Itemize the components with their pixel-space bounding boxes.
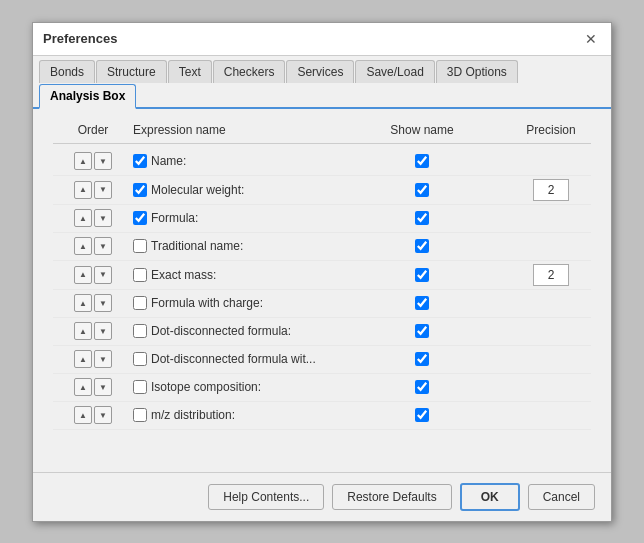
order-down-button[interactable]: ▼ [94,209,112,227]
show-checkbox-2[interactable] [415,211,429,225]
expression-checkbox-7[interactable] [133,352,147,366]
tab-bar: BondsStructureTextCheckersServicesSave/L… [33,56,611,109]
order-cell-0: ▲▼ [53,152,133,170]
order-up-button[interactable]: ▲ [74,406,92,424]
expression-label-4[interactable]: Exact mass: [133,268,216,282]
order-up-button[interactable]: ▲ [74,322,92,340]
order-up-button[interactable]: ▲ [74,266,92,284]
order-cell-8: ▲▼ [53,378,133,396]
order-down-button[interactable]: ▼ [94,378,112,396]
tab-checkers[interactable]: Checkers [213,60,286,83]
expression-label-3[interactable]: Traditional name: [133,239,243,253]
tab-analysis-box[interactable]: Analysis Box [39,84,136,109]
col-show-label: Show name [333,123,511,137]
order-up-button[interactable]: ▲ [74,237,92,255]
show-checkbox-4[interactable] [415,268,429,282]
expression-label-2[interactable]: Formula: [133,211,198,225]
tab-save-load[interactable]: Save/Load [355,60,434,83]
restore-defaults-button[interactable]: Restore Defaults [332,484,451,510]
order-down-button[interactable]: ▼ [94,294,112,312]
show-cell-1 [333,183,511,197]
order-cell-2: ▲▼ [53,209,133,227]
close-button[interactable]: ✕ [581,29,601,49]
expression-label-7[interactable]: Dot-disconnected formula wit... [133,352,316,366]
order-up-button[interactable]: ▲ [74,209,92,227]
show-checkbox-1[interactable] [415,183,429,197]
expression-checkbox-1[interactable] [133,183,147,197]
order-cell-5: ▲▼ [53,294,133,312]
tab-structure[interactable]: Structure [96,60,167,83]
table-row: ▲▼m/z distribution: [53,402,591,430]
precision-input-1[interactable] [533,179,569,201]
expression-checkbox-4[interactable] [133,268,147,282]
expression-label-6[interactable]: Dot-disconnected formula: [133,324,291,338]
table-row: ▲▼Traditional name: [53,233,591,261]
expression-checkbox-8[interactable] [133,380,147,394]
expression-label-9[interactable]: m/z distribution: [133,408,235,422]
show-checkbox-9[interactable] [415,408,429,422]
show-cell-8 [333,380,511,394]
order-down-button[interactable]: ▼ [94,181,112,199]
show-checkbox-8[interactable] [415,380,429,394]
precision-cell-4 [511,264,591,286]
order-up-button[interactable]: ▲ [74,350,92,368]
expression-label-5[interactable]: Formula with charge: [133,296,263,310]
tab-3d-options[interactable]: 3D Options [436,60,518,83]
order-cell-9: ▲▼ [53,406,133,424]
expression-checkbox-0[interactable] [133,154,147,168]
order-down-button[interactable]: ▼ [94,350,112,368]
order-cell-1: ▲▼ [53,181,133,199]
expression-checkbox-6[interactable] [133,324,147,338]
show-checkbox-0[interactable] [415,154,429,168]
expression-text-9: m/z distribution: [151,408,235,422]
show-cell-6 [333,324,511,338]
tab-services[interactable]: Services [286,60,354,83]
footer: Help Contents... Restore Defaults OK Can… [33,472,611,521]
show-cell-5 [333,296,511,310]
order-down-button[interactable]: ▼ [94,406,112,424]
expression-label-8[interactable]: Isotope composition: [133,380,261,394]
show-checkbox-5[interactable] [415,296,429,310]
order-up-button[interactable]: ▲ [74,181,92,199]
order-down-button[interactable]: ▼ [94,152,112,170]
order-up-button[interactable]: ▲ [74,152,92,170]
table-row: ▲▼Molecular weight: [53,176,591,205]
order-down-button[interactable]: ▼ [94,237,112,255]
table-row: ▲▼Dot-disconnected formula wit... [53,346,591,374]
show-cell-9 [333,408,511,422]
content-area: Order Expression name Show name Precisio… [33,109,611,472]
help-button[interactable]: Help Contents... [208,484,324,510]
order-up-button[interactable]: ▲ [74,378,92,396]
preferences-dialog: Preferences ✕ BondsStructureTextCheckers… [32,22,612,522]
tab-bonds[interactable]: Bonds [39,60,95,83]
expression-checkbox-9[interactable] [133,408,147,422]
order-cell-6: ▲▼ [53,322,133,340]
order-cell-4: ▲▼ [53,266,133,284]
expression-checkbox-5[interactable] [133,296,147,310]
expression-label-1[interactable]: Molecular weight: [133,183,244,197]
expression-cell-0: Name: [133,154,333,168]
expression-checkbox-2[interactable] [133,211,147,225]
show-checkbox-7[interactable] [415,352,429,366]
show-cell-3 [333,239,511,253]
expression-text-6: Dot-disconnected formula: [151,324,291,338]
order-down-button[interactable]: ▼ [94,322,112,340]
expression-label-0[interactable]: Name: [133,154,186,168]
expression-text-2: Formula: [151,211,198,225]
expression-text-0: Name: [151,154,186,168]
cancel-button[interactable]: Cancel [528,484,595,510]
order-up-button[interactable]: ▲ [74,294,92,312]
expression-text-7: Dot-disconnected formula wit... [151,352,316,366]
order-down-button[interactable]: ▼ [94,266,112,284]
precision-input-4[interactable] [533,264,569,286]
show-checkbox-6[interactable] [415,324,429,338]
expression-checkbox-3[interactable] [133,239,147,253]
tab-text[interactable]: Text [168,60,212,83]
expression-text-8: Isotope composition: [151,380,261,394]
ok-button[interactable]: OK [460,483,520,511]
show-cell-0 [333,154,511,168]
table-header: Order Expression name Show name Precisio… [53,119,591,144]
expression-text-4: Exact mass: [151,268,216,282]
show-checkbox-3[interactable] [415,239,429,253]
title-bar: Preferences ✕ [33,23,611,56]
